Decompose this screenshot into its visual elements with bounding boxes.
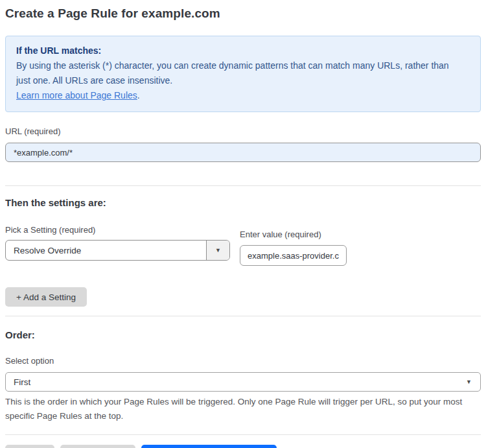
order-help-text: This is the order in which your Page Rul… [5,395,472,423]
link-period: . [137,90,140,100]
info-box-body: By using the asterisk (*) character, you… [16,58,463,103]
chevron-down-icon: ▼ [215,247,221,253]
order-select[interactable]: First ▼ [5,372,481,392]
setting-value-label: Enter value (required) [240,230,347,239]
page-rule-form: Create a Page Rule for example.com If th… [0,0,486,448]
setting-select-label: Pick a Setting (required) [5,225,230,235]
setting-value-input[interactable] [240,245,347,266]
info-box-body-text: By using the asterisk (*) character, you… [16,60,449,86]
order-select-label: Select option [5,356,481,366]
form-actions: Cancel Save as Draft Save and Deploy Pag… [5,445,481,448]
order-select-value: First [14,377,30,387]
url-field-label: URL (required) [5,126,481,136]
value-column: Enter value (required) [240,230,347,266]
save-and-deploy-button[interactable]: Save and Deploy Page Rule [141,445,277,448]
add-setting-button[interactable]: + Add a Setting [5,287,87,307]
url-input[interactable] [5,143,481,162]
cancel-button[interactable]: Cancel [5,445,54,448]
divider [5,434,481,435]
setting-select-value: Resolve Override [6,241,206,260]
learn-more-link[interactable]: Learn more about Page Rules [16,90,137,100]
settings-row: Pick a Setting (required) Resolve Overri… [5,225,481,266]
page-title: Create a Page Rule for example.com [5,6,481,21]
divider [5,316,481,316]
setting-select-arrow-button[interactable]: ▼ [206,241,229,260]
url-match-info-box: If the URL matches: By using the asteris… [5,36,481,112]
info-box-heading: If the URL matches: [16,43,470,58]
setting-column: Pick a Setting (required) Resolve Overri… [5,225,230,261]
settings-section-heading: Then the settings are: [5,197,481,208]
save-as-draft-button[interactable]: Save as Draft [60,445,135,448]
setting-select[interactable]: Resolve Override ▼ [5,240,230,261]
chevron-down-icon: ▼ [466,379,472,385]
divider [5,185,481,186]
order-section-heading: Order: [5,329,481,340]
